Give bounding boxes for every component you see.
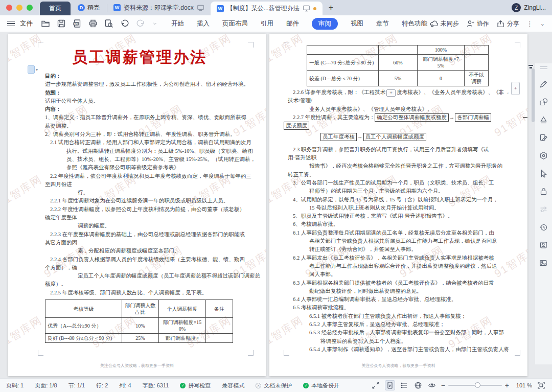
menu-references[interactable]: 引用 bbox=[261, 19, 273, 28]
share-button[interactable]: 分享 bbox=[496, 19, 519, 28]
document-tab-2-active[interactable]: W 【制度】某公...薪管理办法 bbox=[211, 2, 323, 15]
edit-pen-icon[interactable] bbox=[539, 80, 548, 88]
table-cell[interactable]: 部门调薪幅度×75% bbox=[418, 55, 465, 71]
table-cell[interactable]: 60% bbox=[379, 55, 418, 71]
web-view-icon[interactable] bbox=[413, 381, 423, 390]
menu-section[interactable]: 章节 bbox=[376, 19, 389, 28]
zoom-slider[interactable]: − + bbox=[441, 381, 509, 389]
menu-insert[interactable]: 插入 bbox=[197, 19, 210, 28]
shapes-icon[interactable] bbox=[539, 98, 548, 106]
spell-check-status[interactable]: ✓ 拼写检查 bbox=[180, 382, 211, 389]
doc-line: 个方面），确 bbox=[45, 264, 234, 272]
collapse-ribbon-icon[interactable]: ⌄ bbox=[540, 20, 545, 27]
document-page-1[interactable]: 91智库网91智库网91智库网91智库网91智库网91智库网91智库网91智库网… bbox=[8, 34, 266, 376]
export-pdf-icon[interactable]: PDF bbox=[73, 19, 82, 28]
tab-home[interactable]: 首页 bbox=[40, 2, 71, 15]
outline-view-icon[interactable] bbox=[400, 381, 409, 390]
more-quick-actions-icon[interactable] bbox=[152, 19, 158, 28]
rail-drag-handle[interactable] bbox=[540, 66, 547, 69]
undo-icon[interactable] bbox=[120, 19, 129, 28]
table-cell[interactable] bbox=[465, 45, 489, 55]
menu-review-active[interactable]: 审阅 bbox=[312, 18, 338, 30]
menu-start[interactable]: 开始 bbox=[171, 19, 184, 28]
open-file-icon[interactable] bbox=[41, 19, 50, 28]
toggle-slider-icon[interactable] bbox=[539, 205, 548, 214]
ink-annotation-icon[interactable] bbox=[539, 116, 548, 124]
doc-line: 2.1 试用合格转正调薪，经用人部门和人事部评定为试用合格，调薪自试用期满的次月 bbox=[45, 139, 234, 147]
print-preview-icon[interactable] bbox=[104, 19, 113, 28]
document-tab-title: 资料来源：即课学堂.docx bbox=[124, 4, 194, 12]
paragraph-style-button[interactable]: ▾ bbox=[28, 65, 38, 74]
table-cell[interactable] bbox=[379, 45, 418, 55]
file-menu[interactable]: 文件 bbox=[20, 19, 33, 28]
table-cell[interactable]: 部门调薪幅度×150% bbox=[159, 318, 206, 334]
minimize-window-button[interactable] bbox=[16, 5, 22, 11]
select-cursor-icon[interactable] bbox=[539, 169, 548, 178]
save-icon[interactable] bbox=[57, 19, 66, 28]
table-cell[interactable]: 100% bbox=[418, 45, 465, 55]
lock-icon[interactable] bbox=[539, 187, 548, 196]
style-brush-icon[interactable] bbox=[539, 133, 548, 142]
table-cell[interactable] bbox=[206, 334, 233, 343]
menu-view[interactable]: 视图 bbox=[351, 19, 363, 28]
compatibility-mode-status[interactable]: 兼容模式 bbox=[222, 382, 244, 389]
doc-line: 素，分配相应的调薪额度或幅度至各部门。 bbox=[45, 247, 234, 255]
menu-special-features[interactable]: 特色功能 bbox=[402, 19, 427, 28]
table-cell[interactable] bbox=[307, 45, 379, 55]
profile-card-icon[interactable] bbox=[539, 241, 548, 249]
table-cell[interactable]: 5% bbox=[379, 71, 418, 86]
status-word-count[interactable]: 字数: 6311 bbox=[143, 382, 169, 389]
table-cell[interactable]: 不予以调薪 bbox=[465, 71, 489, 86]
zoom-track[interactable] bbox=[448, 385, 502, 386]
docer-button[interactable]: D 稻壳 bbox=[71, 4, 107, 12]
zoom-out-button[interactable]: − bbox=[441, 381, 445, 389]
image-icon[interactable] bbox=[539, 259, 548, 267]
document-protection-status[interactable]: ✕ 文档未保护 bbox=[256, 382, 292, 389]
zoom-percentage[interactable]: 101 % bbox=[514, 382, 532, 388]
table-cell[interactable]: 25% bbox=[122, 334, 159, 343]
page-view-icon[interactable] bbox=[385, 380, 395, 390]
table-cell[interactable]: 一般 (C---70 分≤总分＜80 分) bbox=[307, 55, 379, 71]
table-cell[interactable]: 部门调薪幅度× bbox=[159, 334, 206, 343]
zoom-in-button[interactable]: + bbox=[505, 381, 509, 389]
scrollbar-thumb[interactable] bbox=[532, 68, 535, 122]
eye-protection-icon[interactable] bbox=[427, 381, 436, 390]
fullscreen-icon[interactable] bbox=[537, 381, 546, 390]
ribbon-bar: 文件 PDF 开始 插入 页面布局 引用 邮件 审阅 视图 章节 特色功能 未同… bbox=[0, 15, 552, 32]
document-page-2[interactable]: 91智库网91智库网91智库网91智库网91智库网91智库网91智库网91智库网… bbox=[269, 34, 527, 376]
menu-mailings[interactable]: 邮件 bbox=[286, 19, 299, 28]
table-cell[interactable] bbox=[465, 55, 489, 71]
table-cell[interactable]: 较差 (D---总分＜70 分) bbox=[307, 71, 379, 86]
user-avatar[interactable]: Z bbox=[512, 3, 521, 12]
doc-line: 2.3 职务晋升调薪，参照晋升职务的试用工资执行，试用三个月后晋升者须填写《试 bbox=[288, 146, 523, 154]
table-header-cell: 部门调薪人数占比 bbox=[122, 300, 159, 318]
table-cell[interactable]: 优秀（A---总分≥90 分） bbox=[45, 318, 122, 334]
table-cell[interactable] bbox=[206, 318, 233, 334]
close-window-button[interactable] bbox=[6, 5, 12, 11]
redo-icon[interactable] bbox=[136, 19, 145, 28]
fit-window-icon[interactable] bbox=[371, 381, 380, 390]
maximize-window-button[interactable] bbox=[27, 5, 33, 11]
document-tab-1[interactable]: W 资料来源：即课学堂.docx bbox=[107, 0, 211, 15]
zoom-thumb[interactable] bbox=[475, 382, 480, 388]
new-tab-button[interactable]: + bbox=[323, 3, 339, 12]
history-version-icon[interactable] bbox=[539, 223, 548, 232]
local-backup-status[interactable]: ✓ 本地备份开 bbox=[303, 382, 339, 389]
collaborate-button[interactable]: 协作 bbox=[466, 19, 489, 28]
doc-line: 6.2 人事部发出《员工考核评价表》，各相关部门主管或负责人实事求是地根据被考核 bbox=[288, 254, 523, 262]
resource-hexagon-icon[interactable] bbox=[539, 151, 548, 160]
more-options-icon[interactable]: ⋮ bbox=[526, 20, 533, 28]
menu-page-layout[interactable]: 页面布局 bbox=[222, 19, 248, 28]
present-to-screen-icon[interactable] bbox=[303, 5, 310, 12]
present-to-screen-icon[interactable] bbox=[197, 4, 204, 12]
flow-box-personal-range: 员工个人调薪幅度或额度 bbox=[363, 133, 427, 141]
table-resize-icon[interactable]: ⌟ bbox=[507, 88, 509, 97]
table-cell[interactable]: 10% bbox=[122, 318, 159, 334]
table-cell[interactable]: 良好 (B---80 分≤总分＜90 分) bbox=[45, 334, 122, 343]
sync-status-button[interactable]: 未同步 bbox=[430, 19, 459, 28]
table-insert-plus-button[interactable]: + bbox=[386, 89, 396, 97]
print-icon[interactable] bbox=[88, 19, 98, 28]
table-cell[interactable]: 0 bbox=[418, 71, 465, 86]
protection-label: 文档未保护 bbox=[264, 382, 292, 389]
main-menu-icon[interactable] bbox=[7, 21, 15, 27]
